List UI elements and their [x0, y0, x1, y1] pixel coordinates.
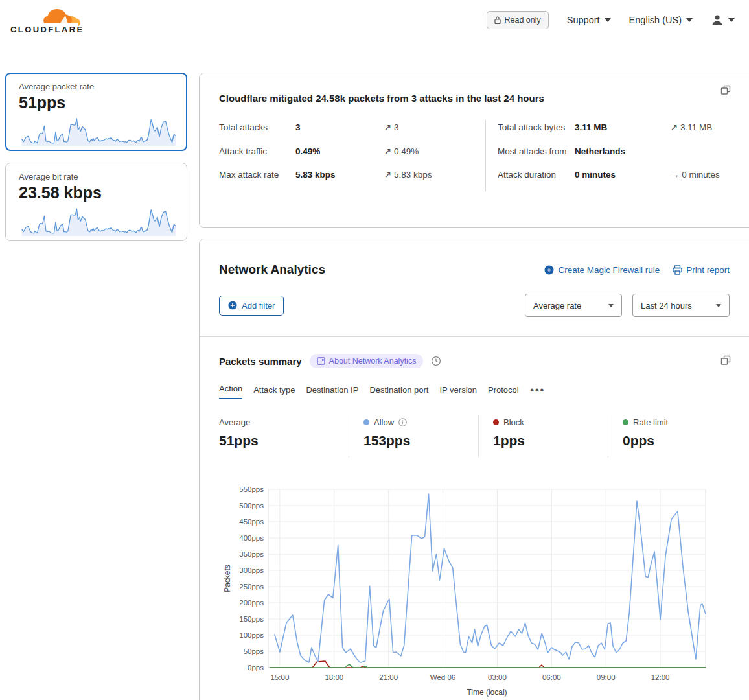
- trend-up: ↗ 3.11 MB: [671, 120, 712, 135]
- summary-title: Cloudflare mitigated 24.58k packets from…: [219, 93, 744, 104]
- svg-text:100pps: 100pps: [239, 631, 264, 639]
- account-menu[interactable]: [711, 14, 735, 27]
- chevron-down-icon: [605, 18, 611, 22]
- svg-text:50pps: 50pps: [244, 648, 264, 655]
- svg-text:Time (local): Time (local): [467, 688, 507, 697]
- trend-up: ↗ 0.49%: [384, 144, 419, 159]
- packet-rate-sparkline: [19, 113, 176, 146]
- user-icon: [711, 14, 724, 27]
- cloudflare-logo[interactable]: CLOUDFLARE: [10, 6, 83, 37]
- metric-card-packet-rate[interactable]: Average packet rate 51pps: [5, 73, 187, 151]
- attack-summary-card: Cloudflare mitigated 24.58k packets from…: [199, 73, 749, 228]
- svg-text:09:00: 09:00: [597, 673, 616, 681]
- packets-summary-title: Packets summary: [219, 356, 302, 367]
- time-range-select[interactable]: Last 24 hours: [632, 294, 730, 317]
- chevron-down-icon: [716, 304, 721, 307]
- summary-row-attack-traffic: Attack traffic 0.49% ↗ 0.49%: [219, 144, 470, 159]
- print-report-link[interactable]: Print report: [673, 265, 730, 275]
- dimension-tabs: Action Attack type Destination IP Destin…: [219, 384, 744, 399]
- time-series-chart: 0pps50pps100pps150pps200pps250pps300pps3…: [222, 482, 717, 699]
- svg-text:18:00: 18:00: [325, 673, 343, 681]
- tab-destination-port[interactable]: Destination port: [369, 385, 428, 399]
- trend-flat: → 0 minutes: [671, 167, 720, 183]
- summary-left-column: Total attacks 3 ↗ 3 Attack traffic 0.49%…: [219, 120, 486, 191]
- tab-ip-version[interactable]: IP version: [439, 385, 477, 399]
- chevron-down-icon: [608, 304, 614, 307]
- tab-destination-ip[interactable]: Destination IP: [306, 385, 358, 399]
- plus-circle-icon: [228, 301, 237, 310]
- chevron-down-icon: [686, 18, 693, 22]
- copy-icon[interactable]: [720, 85, 731, 97]
- lock-icon: [494, 16, 501, 24]
- tab-action[interactable]: Action: [219, 384, 242, 399]
- tab-protocol[interactable]: Protocol: [488, 385, 519, 399]
- read-only-label: Read only: [505, 16, 541, 25]
- more-tabs-button[interactable]: ●●●: [530, 386, 545, 399]
- summary-row-most-attacks-from: Most attacks from Netherlands: [498, 144, 744, 159]
- summary-row-attack-duration: Attack duration 0 minutes → 0 minutes: [498, 167, 744, 183]
- svg-text:300pps: 300pps: [239, 566, 264, 574]
- summary-row-total-bytes: Total attack bytes 3.11 MB ↗ 3.11 MB: [498, 120, 744, 135]
- svg-text:21:00: 21:00: [379, 673, 398, 681]
- printer-icon: [673, 265, 682, 275]
- read-only-badge: Read only: [487, 11, 549, 29]
- language-label: English (US): [629, 15, 682, 25]
- svg-text:15:00: 15:00: [271, 673, 290, 681]
- tab-attack-type[interactable]: Attack type: [253, 385, 295, 399]
- metric-sidebar: Average packet rate 51pps Average bit ra…: [5, 73, 187, 700]
- svg-text:Wed 06: Wed 06: [430, 673, 455, 681]
- svg-text:550pps: 550pps: [239, 485, 264, 493]
- bit-rate-sparkline: [19, 204, 176, 236]
- svg-text:0pps: 0pps: [248, 664, 264, 671]
- svg-text:150pps: 150pps: [239, 615, 264, 623]
- svg-text:12:00: 12:00: [651, 673, 670, 681]
- rate-limit-dot: [623, 419, 628, 425]
- create-magic-firewall-rule-link[interactable]: Create Magic Firewall rule: [544, 265, 660, 275]
- svg-text:500pps: 500pps: [239, 502, 264, 509]
- support-menu[interactable]: Support: [567, 15, 611, 25]
- svg-text:06:00: 06:00: [542, 673, 561, 681]
- summary-right-column: Total attack bytes 3.11 MB ↗ 3.11 MB Mos…: [486, 120, 744, 191]
- summary-row-total-attacks: Total attacks 3 ↗ 3: [219, 120, 470, 135]
- top-header: CLOUDFLARE Read only Support English (US…: [0, 0, 749, 40]
- metric-card-bit-rate[interactable]: Average bit rate 23.58 kbps: [5, 163, 187, 241]
- book-icon: [317, 357, 325, 365]
- chevron-down-icon: [728, 18, 735, 22]
- language-menu[interactable]: English (US): [629, 15, 693, 25]
- stat-average: Average 51pps: [219, 415, 349, 458]
- metric-value: 51pps: [19, 93, 176, 112]
- info-icon[interactable]: [398, 418, 407, 426]
- stat-rate-limit: Rate limit 0pps: [608, 415, 737, 458]
- copy-icon[interactable]: [720, 355, 731, 368]
- packets-summary-section: Packets summary About Network Analytics: [200, 337, 749, 700]
- logo-wordmark: CLOUDFLARE: [10, 25, 84, 34]
- packets-chart: 0pps50pps100pps150pps200pps250pps300pps3…: [222, 482, 744, 700]
- network-analytics-card: Network Analytics Create Magic Firewall …: [199, 239, 749, 700]
- svg-text:250pps: 250pps: [239, 583, 264, 590]
- svg-text:200pps: 200pps: [239, 599, 264, 607]
- add-filter-button[interactable]: Add filter: [219, 296, 284, 316]
- main-column: Cloudflare mitigated 24.58k packets from…: [199, 73, 749, 700]
- allow-dot: [363, 419, 369, 425]
- metric-select[interactable]: Average rate: [525, 294, 622, 317]
- clock-icon[interactable]: [431, 356, 441, 366]
- trend-up: ↗ 3: [384, 120, 399, 135]
- plus-circle-icon: [544, 265, 554, 275]
- svg-text:400pps: 400pps: [239, 534, 264, 542]
- metric-label: Average bit rate: [19, 172, 176, 181]
- series-stats-row: Average 51pps Allow 153pps: [219, 415, 744, 458]
- block-dot: [493, 419, 499, 425]
- metric-label: Average packet rate: [19, 82, 176, 91]
- support-label: Support: [567, 15, 600, 25]
- stat-allow: Allow 153pps: [349, 415, 478, 458]
- analytics-header-section: Network Analytics Create Magic Firewall …: [200, 239, 749, 337]
- svg-text:450pps: 450pps: [239, 518, 264, 526]
- metric-value: 23.58 kbps: [19, 183, 176, 202]
- svg-text:350pps: 350pps: [239, 550, 264, 558]
- summary-row-max-attack-rate: Max attack rate 5.83 kbps ↗ 5.83 kbps: [219, 167, 470, 183]
- about-network-analytics-badge[interactable]: About Network Analytics: [310, 354, 424, 368]
- stat-block: Block 1pps: [478, 415, 608, 458]
- svg-text:Packets: Packets: [223, 565, 232, 592]
- trend-up: ↗ 5.83 kbps: [384, 167, 432, 183]
- svg-text:03:00: 03:00: [488, 673, 507, 681]
